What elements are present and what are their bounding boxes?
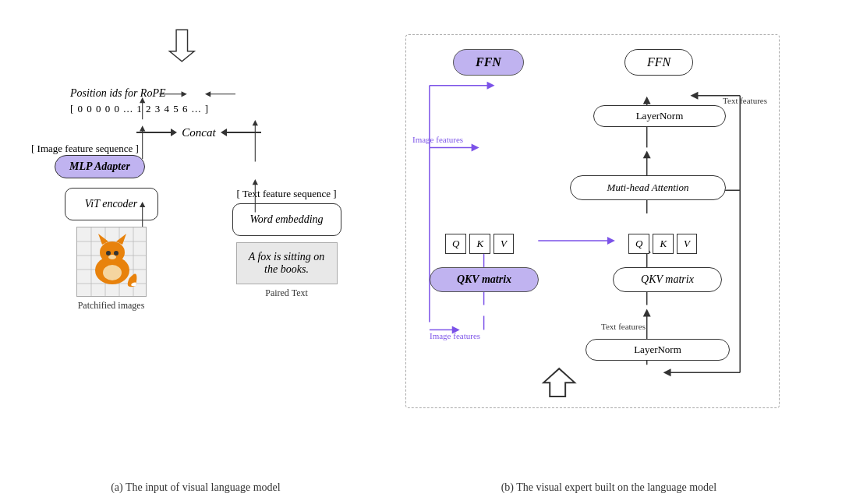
k-right: K <box>653 234 674 254</box>
svg-marker-46 <box>690 91 698 99</box>
ffn-right-box: FFN <box>624 49 693 76</box>
paired-text-label: Paired Text <box>265 287 308 299</box>
main-container: Position ids for RoPE [ 0 0 0 0 0 ... 1 … <box>8 11 834 494</box>
right-caption: (b) The visual expert built on the langu… <box>384 481 834 494</box>
qkv-right-group: Q K V <box>628 234 697 254</box>
patch-label: Patchified images <box>78 300 145 312</box>
vit-encoder-box: ViT encoder <box>65 188 158 220</box>
svg-marker-41 <box>643 150 651 158</box>
svg-marker-43 <box>643 96 651 104</box>
svg-marker-57 <box>487 81 495 89</box>
svg-marker-54 <box>472 143 479 151</box>
right-diagram: FFN FFN Text features LayerNorm Image fe… <box>390 26 834 408</box>
word-embedding-box: Word embedding <box>232 203 341 236</box>
svg-marker-0 <box>169 30 194 61</box>
mlp-adapter-box: MLP Adapter <box>55 155 145 178</box>
layernorm-bottom-box: LayerNorm <box>586 339 730 361</box>
concat-label: Concat <box>182 126 215 139</box>
v-left: V <box>494 234 514 254</box>
qkv-matrix-right-box: QKV matrix <box>613 267 722 292</box>
left-diagram: Position ids for RoPE [ 0 0 0 0 0 ... 1 … <box>8 26 390 319</box>
svg-point-24 <box>100 241 125 263</box>
svg-marker-33 <box>643 308 651 316</box>
word-embed-section: [ Text feature sequence ] Word embedding… <box>199 188 374 299</box>
vit-section: ViT encoder <box>23 188 199 312</box>
qkv-left-group: Q K V <box>445 234 514 254</box>
svg-point-28 <box>106 251 111 256</box>
svg-point-29 <box>114 251 119 256</box>
fox-image <box>76 227 147 297</box>
q-left: Q <box>445 234 466 254</box>
svg-marker-10 <box>253 178 258 184</box>
image-features-bottom-label: Image features <box>430 331 480 340</box>
right-inner: FFN FFN Text features LayerNorm Image fe… <box>405 34 780 408</box>
diagrams-row: Position ids for RoPE [ 0 0 0 0 0 ... 1 … <box>8 11 834 463</box>
text-feature-label: [ Text feature sequence ] <box>236 188 336 200</box>
qkv-matrix-left-box: QKV matrix <box>430 267 539 292</box>
svg-marker-39 <box>607 236 615 244</box>
svg-marker-31 <box>543 368 575 397</box>
ffn-left-box: FFN <box>453 49 524 76</box>
image-features-left-label: Image features <box>412 135 463 144</box>
svg-marker-50 <box>663 368 671 376</box>
text-features-bottom-label: Text features <box>601 322 646 331</box>
position-ids: [ 0 0 0 0 0 ... 1 2 3 4 5 6 ... ] <box>70 103 374 115</box>
svg-marker-8 <box>253 120 258 125</box>
text-features-top-label: Text features <box>723 96 767 105</box>
q-right: Q <box>628 234 649 254</box>
svg-point-27 <box>103 265 122 280</box>
layernorm-top-box: LayerNorm <box>593 105 726 127</box>
left-caption: (a) The input of visual language model <box>8 481 384 494</box>
fox-text-box: A fox is sitting on the books. <box>236 242 338 284</box>
image-feature-seq: [ Image feature sequence ] <box>31 143 374 155</box>
rope-label: Position ids for RoPE <box>70 87 374 100</box>
multihead-box: Muti-head Attention <box>570 175 726 200</box>
k-left: K <box>469 234 490 254</box>
svg-point-30 <box>108 255 116 259</box>
v-right: V <box>677 234 697 254</box>
